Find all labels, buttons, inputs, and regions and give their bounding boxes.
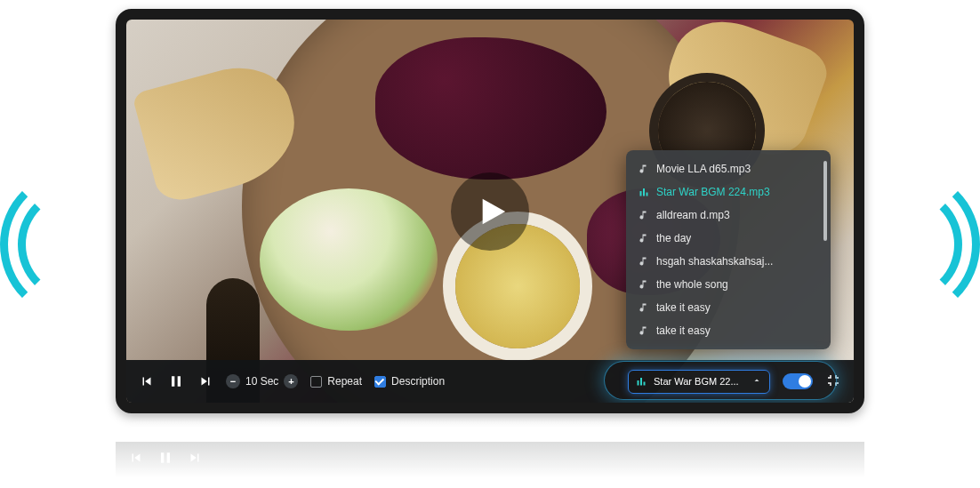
playlist-item-label: hsgah shaskahskahsaj... xyxy=(656,255,773,268)
repeat-label: Repeat xyxy=(327,375,362,388)
music-note-icon xyxy=(639,164,649,174)
scrollbar-thumb[interactable] xyxy=(823,161,827,241)
playlist-item-label: the day xyxy=(656,232,691,244)
play-button[interactable] xyxy=(451,172,529,251)
music-note-icon xyxy=(639,279,649,290)
exit-fullscreen-button[interactable] xyxy=(825,372,841,391)
checkbox-box xyxy=(374,376,386,388)
playlist-panel: Movie LLA d65.mp3 Star War BGM 224.mp3 a… xyxy=(626,150,831,349)
description-checkbox[interactable]: Description xyxy=(374,375,445,388)
pause-icon xyxy=(167,372,185,390)
playlist-item[interactable]: the whole song xyxy=(626,273,831,296)
skip-next-icon xyxy=(197,373,213,389)
device-frame: Movie LLA d65.mp3 Star War BGM 224.mp3 a… xyxy=(116,9,864,413)
playlist-item[interactable]: the day xyxy=(626,227,831,250)
playlist-item[interactable]: take it easy xyxy=(626,296,831,319)
music-note-icon xyxy=(639,256,649,267)
skip-previous-icon xyxy=(139,373,155,389)
checkbox-box xyxy=(310,376,322,388)
player-controls: − 10 Sec + Repeat Description Star War B… xyxy=(126,360,854,403)
track-select-dropdown[interactable]: Star War BGM 22... xyxy=(628,370,770,394)
music-note-icon xyxy=(639,325,649,336)
prev-track-button[interactable] xyxy=(139,373,155,389)
food-apples xyxy=(260,188,438,331)
playlist-item[interactable]: take it easy xyxy=(626,319,831,342)
svg-rect-2 xyxy=(647,193,648,196)
repeat-checkbox[interactable]: Repeat xyxy=(310,375,362,388)
playlist-item[interactable]: hsgah shaskahskahsaj... xyxy=(626,250,831,273)
svg-rect-3 xyxy=(638,380,639,386)
fullscreen-exit-icon xyxy=(825,372,841,388)
chevron-up-icon xyxy=(751,375,762,388)
playlist-item[interactable]: Star War BGM 224.mp3 xyxy=(626,180,831,204)
svg-rect-1 xyxy=(643,188,645,196)
playlist-item-label: the whole song xyxy=(656,278,728,291)
increase-seek-button[interactable]: + xyxy=(284,374,298,388)
svg-rect-4 xyxy=(640,378,642,386)
playlist-item[interactable]: Movie LLA d65.mp3 xyxy=(626,157,831,180)
current-track-label: Star War BGM 22... xyxy=(654,376,744,387)
equalizer-icon xyxy=(636,376,647,387)
svg-rect-0 xyxy=(640,191,642,196)
audio-toggle[interactable] xyxy=(783,373,813,389)
playlist-item-label: Star War BGM 224.mp3 xyxy=(656,186,770,198)
video-canvas[interactable]: Movie LLA d65.mp3 Star War BGM 224.mp3 a… xyxy=(126,20,854,403)
music-note-icon xyxy=(639,233,649,244)
next-track-button[interactable] xyxy=(197,373,213,389)
playlist-item-label: take it easy xyxy=(656,324,711,337)
play-icon xyxy=(478,196,508,227)
device-reflection xyxy=(116,418,864,484)
playlist-item[interactable]: alldream d.mp3 xyxy=(626,204,831,227)
toggle-knob xyxy=(799,375,811,388)
pause-button[interactable] xyxy=(167,372,185,390)
music-note-icon xyxy=(639,302,649,313)
playlist-scrollbar[interactable] xyxy=(823,157,827,342)
equalizer-icon xyxy=(639,187,649,197)
music-note-icon xyxy=(639,210,649,220)
description-label: Description xyxy=(391,375,445,388)
playlist-item-label: take it easy xyxy=(656,301,711,314)
seek-step-control: − 10 Sec + xyxy=(226,374,298,388)
playlist-item-label: Movie LLA d65.mp3 xyxy=(656,163,751,175)
seek-amount-label: 10 Sec xyxy=(245,375,278,388)
playlist-item-label: alldream d.mp3 xyxy=(656,209,730,221)
svg-rect-5 xyxy=(644,382,646,386)
decrease-seek-button[interactable]: − xyxy=(226,374,240,388)
